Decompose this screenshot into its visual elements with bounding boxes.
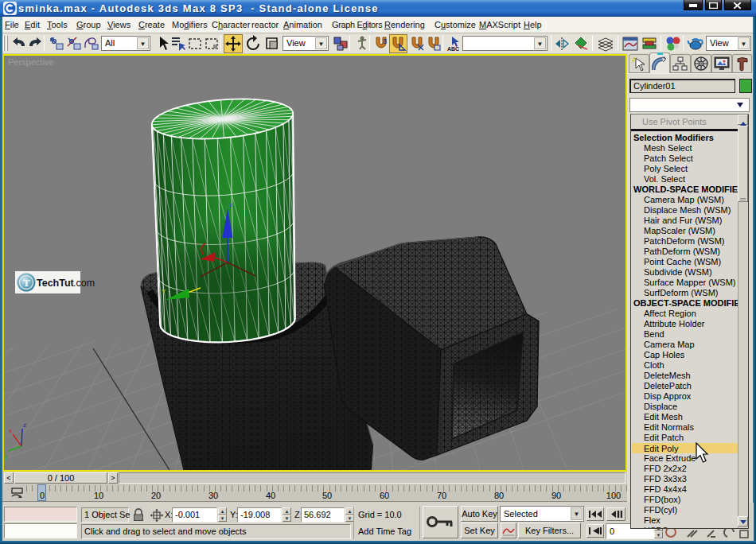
svg-text:y: y bbox=[5, 453, 8, 460]
svg-text:x: x bbox=[9, 427, 12, 434]
svg-text:z: z bbox=[229, 201, 232, 208]
svg-text:3: 3 bbox=[383, 37, 387, 45]
svg-text:Perspective: Perspective bbox=[8, 57, 53, 67]
svg-text:z: z bbox=[23, 422, 26, 429]
svg-text:T: T bbox=[23, 277, 30, 289]
svg-text:ABC: ABC bbox=[447, 46, 459, 52]
svg-text:.com: .com bbox=[73, 278, 95, 289]
svg-text:TechTut: TechTut bbox=[37, 278, 75, 289]
svg-text:Y: Y bbox=[162, 288, 166, 295]
